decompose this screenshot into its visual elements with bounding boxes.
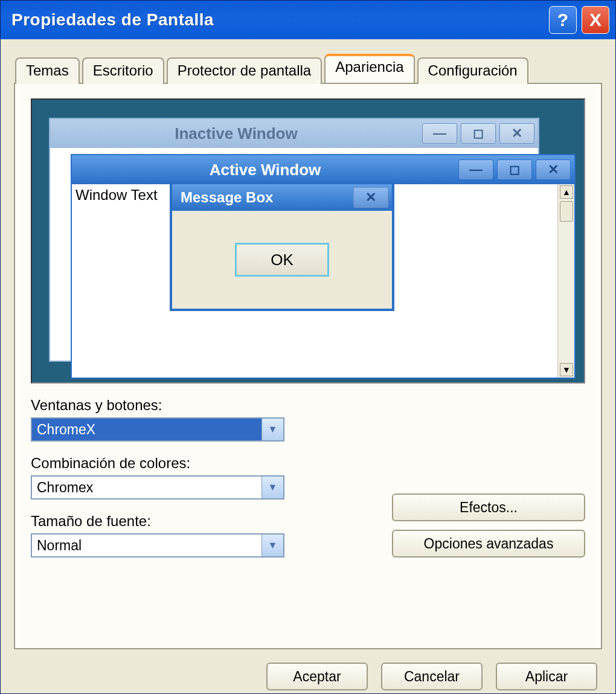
select-color-scheme-value: Chromex (32, 477, 261, 498)
window-text-sample: Window Text (75, 187, 158, 204)
active-window-buttons: — ◻ ✕ (458, 159, 571, 180)
close-button[interactable]: X (582, 6, 609, 34)
appearance-preview: Inactive Window — ◻ ✕ Active Window — ◻ … (31, 98, 585, 384)
scroll-thumb (560, 201, 573, 222)
display-properties-dialog: Propiedades de Pantalla ? X Temas Escrit… (0, 0, 616, 694)
inactive-max-icon: ◻ (461, 123, 496, 144)
row-color-scheme: Combinación de colores: Chromex ▼ (31, 455, 374, 500)
msgbox-close-icon: ✕ (353, 187, 388, 208)
tab-protector[interactable]: Protector de pantalla (167, 57, 322, 84)
msgbox-titlebar: Message Box ✕ (172, 184, 392, 211)
help-icon: ? (557, 10, 568, 30)
row-font-size: Tamaño de fuente: Normal ▼ (31, 513, 374, 557)
inactive-titlebar: Inactive Window — ◻ ✕ (50, 119, 538, 148)
select-windows-buttons-value: ChromeX (32, 419, 261, 440)
inactive-window-title: Inactive Window (50, 124, 422, 143)
select-windows-buttons[interactable]: ChromeX ▼ (31, 417, 284, 442)
msgbox-body: OK (172, 211, 392, 309)
chevron-down-icon: ▼ (261, 419, 283, 440)
active-close-icon: ✕ (536, 159, 571, 180)
select-font-size-value: Normal (32, 535, 261, 556)
effects-button[interactable]: Efectos... (392, 493, 585, 521)
cancel-button[interactable]: Cancelar (381, 663, 483, 690)
tab-strip: Temas Escritorio Protector de pantalla A… (1, 39, 615, 83)
msgbox-title: Message Box (172, 189, 353, 206)
ok-button[interactable]: Aceptar (266, 663, 368, 690)
tab-apariencia[interactable]: Apariencia (324, 54, 414, 83)
help-button[interactable]: ? (549, 6, 577, 34)
chevron-down-icon: ▼ (261, 477, 283, 498)
tab-configuracion[interactable]: Configuración (417, 57, 528, 84)
tab-pane-apariencia: Inactive Window — ◻ ✕ Active Window — ◻ … (14, 83, 602, 649)
active-window-title: Active Window (72, 161, 458, 179)
window-title: Propiedades de Pantalla (11, 10, 544, 30)
label-font-size: Tamaño de fuente: (31, 513, 374, 530)
inactive-min-icon: — (422, 123, 457, 144)
scroll-down-icon: ▼ (560, 363, 573, 376)
dialog-footer: Aceptar Cancelar Aplicar (1, 649, 615, 690)
row-windows-buttons: Ventanas y botones: ChromeX ▼ (31, 397, 585, 442)
inactive-window-buttons: — ◻ ✕ (422, 123, 534, 144)
inactive-close-icon: ✕ (499, 123, 534, 144)
tab-temas[interactable]: Temas (15, 57, 80, 84)
msgbox-ok-button: OK (235, 243, 329, 277)
tab-escritorio[interactable]: Escritorio (82, 57, 164, 84)
scroll-up-icon: ▲ (560, 185, 573, 199)
advanced-options-button[interactable]: Opciones avanzadas (392, 530, 585, 557)
close-icon: X (589, 10, 602, 30)
titlebar: Propiedades de Pantalla ? X (1, 1, 615, 39)
msgbox-buttons: ✕ (353, 187, 388, 208)
select-font-size[interactable]: Normal ▼ (31, 533, 284, 557)
side-buttons: Efectos... Opciones avanzadas (392, 493, 585, 557)
preview-scrollbar: ▲ ▼ (557, 184, 574, 378)
active-titlebar: Active Window — ◻ ✕ (72, 155, 574, 184)
preview-message-box: Message Box ✕ OK (170, 182, 394, 311)
select-color-scheme[interactable]: Chromex ▼ (31, 475, 284, 500)
label-windows-buttons: Ventanas y botones: (31, 397, 585, 414)
active-min-icon: — (458, 159, 493, 180)
label-color-scheme: Combinación de colores: (31, 455, 374, 472)
active-max-icon: ◻ (497, 159, 532, 180)
apply-button[interactable]: Aplicar (496, 663, 597, 690)
chevron-down-icon: ▼ (261, 535, 283, 556)
